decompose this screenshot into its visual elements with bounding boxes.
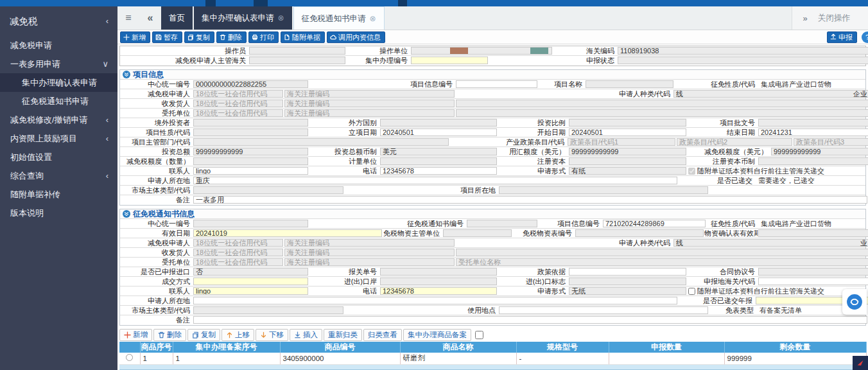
sidebar-item-5[interactable]: 内资限上鼓励项目‹	[0, 129, 117, 148]
field-value[interactable]: 18位统一社会信用代码	[193, 100, 283, 107]
paper-documents-checkbox[interactable]	[688, 168, 695, 175]
field-value[interactable]: 12345678	[380, 167, 497, 175]
field-value[interactable]: 000000000022882255	[193, 80, 308, 88]
field-value[interactable]: lingo	[193, 287, 308, 295]
field-value[interactable]	[499, 186, 708, 194]
field-value[interactable]	[569, 119, 686, 127]
sidebar-item-3[interactable]: 征免税通知书申请	[0, 92, 117, 110]
goods-toolbar-button-1[interactable]: 删除	[153, 329, 186, 341]
field-value[interactable]	[456, 80, 537, 88]
goods-toolbar-button-2[interactable]: 复制	[187, 329, 220, 341]
tab-close-icon[interactable]: ⊗	[370, 7, 376, 30]
field-value[interactable]: 美元	[380, 148, 497, 155]
goods-toolbar-button-7[interactable]: 归类查看	[363, 329, 402, 341]
field-value[interactable]	[380, 157, 497, 165]
field-value[interactable]	[618, 57, 868, 64]
field-value[interactable]: 20241231	[758, 128, 868, 136]
field-value[interactable]: 18位统一社会信用代码	[193, 258, 283, 266]
field-value[interactable]	[193, 138, 449, 146]
tab-2[interactable]: 征免税通知书申请⊗	[293, 6, 385, 30]
field-value[interactable]	[193, 220, 308, 227]
field-value[interactable]: 999999999999	[193, 148, 308, 155]
toolbar-button-6[interactable]: 调用内资信息	[327, 31, 385, 43]
field-value[interactable]	[443, 229, 512, 237]
declare-button[interactable]: 申报	[827, 31, 857, 43]
section-header[interactable]: 征免税通知书信息	[120, 209, 865, 219]
toolbar-button-1[interactable]: 暂存	[152, 31, 182, 43]
field-value[interactable]	[758, 278, 868, 285]
field-value[interactable]: 重庆	[193, 177, 677, 184]
feedback-widget[interactable]	[853, 356, 868, 370]
paper-documents-checkbox[interactable]	[688, 288, 695, 295]
toolbar-button-3[interactable]: 删除	[216, 31, 247, 43]
field-value[interactable]	[193, 316, 867, 324]
field-value[interactable]: 政策条目/代码2	[677, 138, 792, 146]
field-value[interactable]: 1108919038	[618, 47, 868, 55]
field-value[interactable]	[467, 220, 537, 227]
field-value[interactable]	[569, 278, 686, 285]
field-value[interactable]: 有纸	[569, 167, 686, 175]
field-value[interactable]: 18位统一社会信用代码	[193, 249, 283, 256]
goods-toolbar-button-3[interactable]: 上移	[221, 329, 254, 341]
assistant-widget[interactable]	[842, 289, 867, 315]
sidebar-item-7[interactable]: 综合查询‹	[0, 166, 117, 185]
field-value[interactable]: 海关注册编码	[284, 100, 455, 107]
field-value[interactable]	[380, 268, 497, 276]
field-value[interactable]	[193, 297, 677, 304]
field-value[interactable]	[575, 229, 704, 237]
field-value[interactable]: 721020244289869	[603, 220, 706, 227]
field-value[interactable]	[380, 278, 497, 285]
field-value[interactable]	[411, 57, 488, 64]
field-value[interactable]	[193, 186, 343, 194]
field-value[interactable]	[249, 57, 345, 64]
field-value[interactable]	[380, 119, 497, 127]
sidebar-item-4[interactable]: 减免税修改/撤销申请‹	[0, 110, 117, 129]
tab-1[interactable]: 集中办理确认表申请⊗	[194, 6, 292, 30]
collapse-right-icon[interactable]: »	[792, 13, 818, 23]
field-value[interactable]	[193, 157, 308, 165]
close-operations-button[interactable]: 关闭操作	[818, 13, 868, 24]
field-value[interactable]: 12345678	[380, 287, 497, 295]
collapse-left-icon[interactable]: «	[139, 6, 161, 30]
field-value[interactable]	[758, 229, 868, 237]
field-value[interactable]: 20240501	[569, 128, 686, 136]
field-value[interactable]	[758, 119, 868, 127]
goods-toolbar-checkbox[interactable]	[475, 331, 483, 339]
field-value[interactable]	[586, 80, 673, 88]
field-value[interactable]	[758, 268, 868, 276]
help-button[interactable]: ?	[862, 31, 868, 43]
field-value[interactable]: 否	[193, 268, 308, 276]
field-value[interactable]: 20240501	[380, 128, 497, 136]
sidebar-item-1[interactable]: 一表多用申请∨	[0, 55, 117, 73]
field-value[interactable]: 海关注册编码	[284, 109, 455, 117]
field-value[interactable]: 18位统一社会信用代码	[193, 239, 283, 247]
field-value[interactable]: 线业	[673, 239, 868, 247]
field-value[interactable]	[193, 278, 308, 285]
field-value[interactable]: 一表多用	[193, 196, 867, 204]
field-value[interactable]: 线企业	[673, 90, 868, 98]
goods-toolbar-button-4[interactable]: 下移	[256, 329, 288, 341]
field-value[interactable]: 政策条目/代码3	[794, 138, 868, 146]
sidebar-item-8[interactable]: 随附单据补传	[0, 185, 117, 204]
field-value[interactable]: 20241019	[193, 229, 382, 237]
hamburger-icon[interactable]: ≡	[117, 6, 139, 30]
row-radio[interactable]	[126, 354, 133, 361]
field-value[interactable]	[456, 109, 868, 117]
field-value[interactable]	[193, 128, 308, 136]
section-header[interactable]: 项目信息	[120, 70, 865, 80]
goods-toolbar-button-6[interactable]: 重新归类	[324, 329, 362, 341]
field-value[interactable]	[193, 306, 343, 314]
field-value[interactable]: 政策条目/代码1	[568, 138, 675, 146]
field-value[interactable]	[456, 249, 868, 256]
field-value[interactable]	[193, 119, 308, 127]
field-value[interactable]: 18位统一社会信用代码	[193, 90, 283, 98]
field-value[interactable]: 18位统一社会信用代码	[193, 109, 283, 117]
field-value[interactable]: 受托单位名称	[456, 258, 868, 266]
field-value[interactable]: 海关注册编码	[284, 239, 455, 247]
field-value[interactable]	[249, 47, 345, 55]
goods-toolbar-button-5[interactable]: 插入	[290, 329, 322, 341]
field-value[interactable]: 海关注册编码	[284, 249, 455, 256]
toolbar-button-5[interactable]: 随附单据	[281, 31, 325, 43]
field-value[interactable]	[456, 100, 868, 107]
field-value[interactable]	[411, 47, 552, 55]
